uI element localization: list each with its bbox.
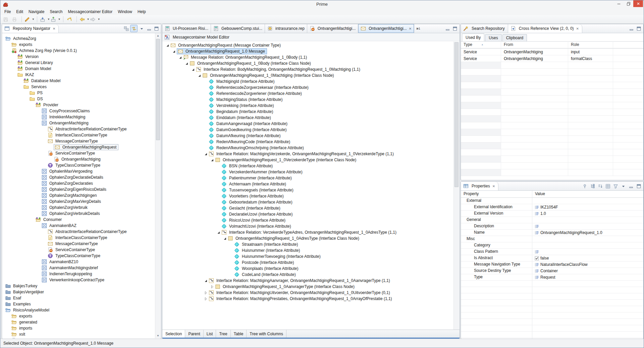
repo-tree-item[interactable]: OphalenZorgDeclaratieDetails: [2, 174, 155, 180]
property-row[interactable]: Description: [461, 223, 643, 230]
repo-tree-item[interactable]: RisicoAnalyseModel: [2, 307, 155, 313]
expander-closed-icon[interactable]: [210, 285, 214, 289]
window-close-button[interactable]: [633, 0, 643, 7]
minimize-view-button[interactable]: [628, 25, 635, 32]
maximize-editor-button[interactable]: [451, 25, 458, 32]
repo-tree-item[interactable]: MessageContainerType: [2, 241, 155, 247]
export-box-button[interactable]: ▼: [51, 16, 61, 23]
editor-tree-item[interactable]: Geboortedatum (Interface Attribute): [162, 199, 454, 205]
editor-tree-item[interactable]: Geslacht (Interface Attribute): [162, 205, 454, 211]
expander-open-icon[interactable]: [204, 279, 208, 283]
back-star-button[interactable]: [66, 16, 74, 23]
editor-tree-item[interactable]: RisicoUzovi (Interface Attribute): [162, 217, 454, 223]
editor-tree-item[interactable]: HuisnummerToevoeging (Interface Attribut…: [162, 253, 454, 259]
repo-tree-item[interactable]: exports: [2, 42, 155, 48]
repo-tree-item[interactable]: Provider: [2, 102, 155, 108]
editor-tree-item[interactable]: OntvangenMachtigingRequest_1_0AdresType …: [162, 235, 454, 241]
expander-open-icon[interactable]: [185, 62, 189, 65]
property-row[interactable]: Message Navigation TypeNaturalInterfaceC…: [461, 262, 643, 268]
property-value[interactable]: [532, 249, 643, 255]
editor-tree-item[interactable]: Einddatum (Interface Attribute): [162, 115, 454, 121]
editor-tab[interactable]: OntvangenMachtigi...✕: [358, 24, 414, 33]
property-row[interactable]: External Version1.0: [461, 211, 643, 217]
repo-tree-item[interactable]: imports: [2, 325, 155, 331]
repo-tree-item[interactable]: VerwerkenInkoopContractType: [2, 277, 155, 283]
repo-tree-item[interactable]: InterfaceClassContainerType: [2, 132, 155, 138]
properties-pin-button[interactable]: [581, 183, 588, 189]
repo-tree-item[interactable]: OntvangenMachtigingRequest: [2, 144, 155, 150]
repo-tree-item[interactable]: OntvangenMachtiging: [2, 120, 155, 126]
menu-item-help[interactable]: Help: [135, 8, 149, 15]
minimize-view-button[interactable]: [146, 25, 152, 32]
editor-tree-item[interactable]: Huisnummer (Interface Attribute): [162, 247, 454, 253]
column-header-type[interactable]: Type▴: [461, 41, 501, 48]
view-menu-button[interactable]: [138, 25, 145, 32]
expander-open-icon[interactable]: [172, 50, 176, 53]
editor-tree-item[interactable]: Straatnaam (Interface Attribute): [162, 241, 454, 247]
subtab-clipboard[interactable]: Clipboard: [502, 34, 527, 41]
property-value[interactable]: OntvangenMachtigingRequest_1.0: [532, 230, 643, 236]
repo-tree-item[interactable]: OphalenZorgVerbruik: [2, 205, 155, 211]
repo-tree-item[interactable]: Consumer: [2, 217, 155, 223]
repo-tree-item[interactable]: AanmakenBAZ: [2, 223, 155, 229]
properties-sort-button[interactable]: [597, 183, 603, 189]
editor-tree-item[interactable]: Interface Relation: MachtigingVerzekerde…: [162, 151, 454, 157]
column-header-property[interactable]: Property: [461, 191, 532, 197]
repo-tree-item[interactable]: IKAZ: [2, 72, 155, 78]
scroll-down-icon[interactable]: ▼: [155, 333, 161, 338]
repo-tree-item[interactable]: BakjesVergelijker: [2, 289, 155, 295]
expander-closed-icon[interactable]: [204, 291, 208, 295]
editor-tab[interactable]: OntvangenMachtigi...: [307, 24, 358, 33]
column-header-role[interactable]: Role: [568, 41, 613, 48]
repo-tree-item[interactable]: AanmakenMachtigingsbrief: [2, 265, 155, 271]
editor-page-tab-list[interactable]: List: [204, 330, 216, 338]
dropdown-arrow-icon[interactable]: ▼: [32, 18, 35, 21]
repo-tree-item[interactable]: Database Model: [2, 78, 155, 84]
menu-item-messagecontainer-editor[interactable]: Messagecontainer Editor: [65, 8, 115, 15]
editor-tree-item[interactable]: Begindatum (Interface Attribute): [162, 109, 454, 115]
repo-tree-item[interactable]: InterfaceClassContainerType: [2, 235, 155, 241]
editor-tree-item[interactable]: Message Relation: OntvangenMachtigingReq…: [162, 54, 454, 60]
repo-tree-item[interactable]: MessageContainerType: [2, 138, 155, 144]
property-value[interactable]: false: [532, 255, 643, 261]
dropdown-arrow-icon[interactable]: ▼: [47, 18, 50, 21]
editor-tree-item[interactable]: VerzekerdenNummer (Interface Attribute): [162, 169, 454, 175]
properties-tree-button[interactable]: [589, 183, 596, 189]
view-menu-button[interactable]: [620, 183, 627, 189]
editor-tree-item[interactable]: MachtigingStatus (Interface Attribute): [162, 97, 454, 103]
expander-open-icon[interactable]: [217, 231, 220, 234]
editor-page-tab-selection[interactable]: Selection: [162, 330, 185, 338]
editor-selected-item[interactable]: OntvangenMachtigingRequest_1.0 Message: [177, 48, 267, 54]
minimize-editor-button[interactable]: [444, 25, 451, 32]
repo-tree-item[interactable]: TypeClassContainerType: [2, 162, 155, 168]
repository-tree-scrollbar[interactable]: ▲ ▼: [155, 33, 161, 338]
repo-tree-item[interactable]: BakjesTurkey: [2, 283, 155, 289]
repo-tree-item[interactable]: IntrekkenMachtiging: [2, 114, 155, 120]
property-row[interactable]: Class Pattern: [461, 249, 643, 255]
close-icon[interactable]: ✕: [53, 27, 55, 31]
editor-tree-item[interactable]: DatumAfkeuring (Interface Attribute): [162, 133, 454, 139]
tab-properties[interactable]: Properties ✕: [461, 182, 498, 190]
table-row[interactable]: ServiceOntvangenMachtigingformalClass: [461, 55, 643, 62]
editor-page-tab-table[interactable]: Table: [231, 330, 247, 338]
property-value[interactable]: 1.0: [532, 211, 643, 217]
editor-tree-item[interactable]: ReferentiecodeZorgverzekeraar (Interface…: [162, 84, 454, 91]
editor-tree-item[interactable]: Interface Relation: MachtigingAanvrager,…: [162, 278, 454, 284]
editor-tree-item[interactable]: Patientnummer (Interface Attribute): [162, 175, 454, 181]
properties-grid-button[interactable]: [604, 183, 611, 189]
expander-closed-icon[interactable]: [204, 297, 208, 301]
close-icon[interactable]: ✕: [492, 184, 495, 188]
column-header-value[interactable]: Value: [532, 191, 643, 197]
editor-scrollbar[interactable]: [453, 42, 459, 330]
properties-funnel-button[interactable]: [612, 183, 619, 189]
repo-tree-item[interactable]: DS: [2, 96, 155, 102]
editor-page-tab-tree-with-columns[interactable]: Tree with Columns: [247, 330, 286, 338]
scrollbar-thumb[interactable]: [156, 39, 160, 140]
property-row[interactable]: TypeRequest: [461, 274, 643, 281]
tab-search-repository[interactable]: Search Repository: [461, 24, 508, 33]
editor-tree-item[interactable]: RedenAfkeuringCode (Interface Attribute): [162, 139, 454, 145]
repo-tree-item[interactable]: Achmea Zorg Rep (Versie 0.0.1): [2, 48, 155, 54]
repo-tree-item[interactable]: Version: [2, 54, 155, 60]
property-value[interactable]: Request: [532, 274, 643, 280]
expander-open-icon[interactable]: [198, 74, 201, 77]
